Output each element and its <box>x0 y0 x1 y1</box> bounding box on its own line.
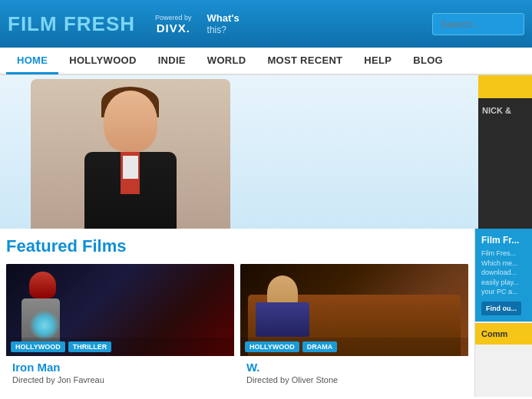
person-body <box>84 152 177 229</box>
w-title[interactable]: W. <box>246 361 462 374</box>
powered-by-divx: Powered by DIVX. <box>155 14 192 35</box>
ironman-tag-hollywood: HOLLYWOOD <box>11 341 65 352</box>
films-grid: HOLLYWOOD THRILLER Iron Man Directed by … <box>6 264 468 389</box>
nav-item-home[interactable]: HOME <box>6 47 58 74</box>
ironman-head <box>29 272 56 298</box>
nav-item-world[interactable]: WORLD <box>197 47 257 74</box>
w-tags: HOLLYWOOD DRAMA <box>240 338 468 356</box>
film-card-w[interactable]: HOLLYWOOD DRAMA W. Directed by Oliver St… <box>240 264 468 389</box>
search-input[interactable] <box>432 13 524 35</box>
film-fresh-box-text: Film Fres... Which me... download... eas… <box>481 249 526 297</box>
film-fresh-box-title: Film Fr... <box>481 235 526 246</box>
w-tag-hollywood: HOLLYWOOD <box>245 341 299 352</box>
hero-yellow-bar <box>478 75 532 98</box>
logo-film: FILM <box>8 12 58 35</box>
divx-logo: DIVX. <box>157 21 190 35</box>
hero-nick-label: NICK & <box>478 98 532 123</box>
ironman-tags: HOLLYWOOD THRILLER <box>6 338 234 356</box>
whats-this-link[interactable]: What's this? <box>207 12 240 35</box>
hero-main <box>0 75 478 229</box>
nav-item-help[interactable]: HELP <box>353 47 402 74</box>
powered-by-text: Powered by <box>155 14 192 21</box>
w-tag-drama: DRAMA <box>302 341 338 352</box>
featured-main: Featured Films HOLLYWOOD THRILLER Iron M… <box>0 229 474 397</box>
ironman-info: Iron Man Directed by Jon Favreau <box>6 356 234 389</box>
film-thumb-ironman: HOLLYWOOD THRILLER <box>6 264 234 356</box>
ironman-arc-reactor <box>29 310 60 341</box>
film-fresh-info-box: Film Fr... Film Fres... Which me... down… <box>475 229 532 322</box>
w-body <box>256 302 309 337</box>
hero-side-panel: NICK & <box>478 75 532 229</box>
ironman-tag-thriller: THRILLER <box>68 341 112 352</box>
main-nav: HOME HOLLYWOOD INDIE WORLD MOST RECENT H… <box>0 48 532 75</box>
nav-item-most-recent[interactable]: MOST RECENT <box>256 47 353 74</box>
person-head <box>104 91 157 152</box>
comm-box: Comm <box>475 323 532 345</box>
nav-item-blog[interactable]: BLOG <box>402 47 454 74</box>
header: FILM FRESH Powered by DIVX. What's this? <box>0 0 532 48</box>
ironman-title[interactable]: Iron Man <box>12 361 228 374</box>
shirt-white <box>123 156 138 179</box>
right-sidebar: Film Fr... Film Fres... Which me... down… <box>474 229 532 397</box>
logo[interactable]: FILM FRESH <box>8 12 135 36</box>
w-info: W. Directed by Oliver Stone <box>240 356 468 389</box>
ironman-director: Directed by Jon Favreau <box>12 375 228 384</box>
person-figure <box>69 83 192 229</box>
find-out-button[interactable]: Find ou... <box>481 302 521 315</box>
featured-section: Featured Films HOLLYWOOD THRILLER Iron M… <box>0 229 532 397</box>
nav-item-hollywood[interactable]: HOLLYWOOD <box>58 47 147 74</box>
hero-person-image <box>31 79 230 229</box>
featured-title: Featured Films <box>6 236 468 256</box>
logo-fresh: FRESH <box>64 12 135 35</box>
nav-item-indie[interactable]: INDIE <box>147 47 197 74</box>
hero-area: NICK & <box>0 75 532 229</box>
film-thumb-w: HOLLYWOOD DRAMA <box>240 264 468 356</box>
film-card-ironman[interactable]: HOLLYWOOD THRILLER Iron Man Directed by … <box>6 264 234 389</box>
w-director: Directed by Oliver Stone <box>246 375 462 384</box>
